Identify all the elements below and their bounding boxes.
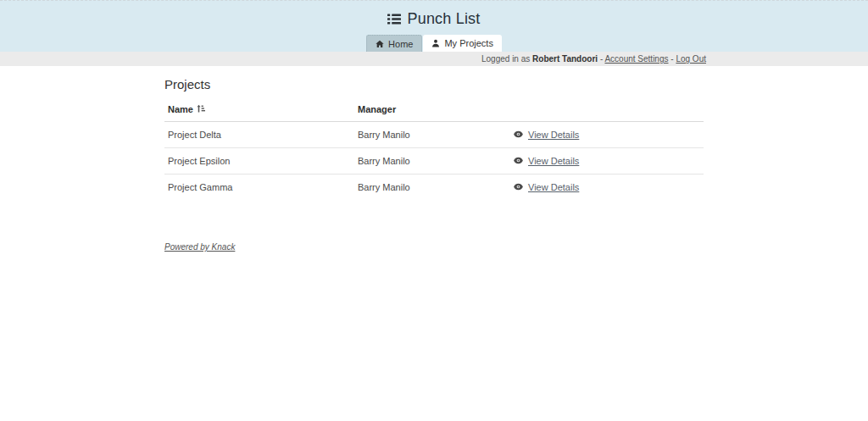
tab-home-label: Home bbox=[388, 39, 413, 49]
cell-actions: View Details bbox=[510, 148, 704, 174]
home-icon bbox=[376, 40, 384, 48]
account-settings-link[interactable]: Account Settings bbox=[604, 54, 668, 64]
table-header-row: Name Manager bbox=[164, 99, 704, 122]
logged-in-user: Robert Tandoori bbox=[532, 54, 598, 64]
separator: - bbox=[670, 54, 673, 64]
column-header-manager: Manager bbox=[354, 99, 510, 122]
tab-home[interactable]: Home bbox=[366, 35, 422, 52]
user-icon bbox=[431, 39, 440, 47]
page-title: Punch List bbox=[0, 1, 868, 28]
cell-actions: View Details bbox=[510, 122, 704, 148]
projects-table: Name Manager Pr bbox=[164, 99, 704, 200]
session-bar: Logged in as Robert Tandoori - Account S… bbox=[0, 52, 868, 66]
tab-my-projects-label: My Projects bbox=[444, 38, 492, 48]
cell-manager: Barry Manilo bbox=[354, 122, 510, 148]
powered-by-knack-link[interactable]: Powered by Knack bbox=[164, 242, 235, 252]
tab-bar: Home My Projects bbox=[0, 35, 868, 52]
list-icon bbox=[387, 13, 401, 25]
main-content: Projects Name bbox=[162, 77, 706, 253]
view-heading: Projects bbox=[164, 77, 704, 91]
view-details-link[interactable]: View Details bbox=[528, 156, 579, 166]
view-details-link[interactable]: View Details bbox=[528, 130, 579, 140]
view-details-link[interactable]: View Details bbox=[528, 182, 579, 192]
app-title-text: Punch List bbox=[407, 10, 480, 28]
column-header-actions bbox=[510, 99, 704, 122]
cell-project-name: Project Delta bbox=[164, 122, 354, 148]
sort-icon bbox=[197, 104, 205, 114]
table-row: Project Gamma Barry Manilo View Details bbox=[164, 174, 704, 201]
log-out-link[interactable]: Log Out bbox=[676, 54, 706, 64]
cell-project-name: Project Epsilon bbox=[164, 148, 354, 174]
eye-icon bbox=[514, 156, 523, 166]
separator: - bbox=[600, 54, 603, 64]
tab-my-projects[interactable]: My Projects bbox=[423, 35, 501, 52]
table-row: Project Epsilon Barry Manilo View Detail… bbox=[164, 148, 704, 174]
cell-manager: Barry Manilo bbox=[354, 148, 510, 174]
eye-icon bbox=[514, 182, 523, 192]
cell-project-name: Project Gamma bbox=[164, 174, 354, 201]
cell-manager: Barry Manilo bbox=[354, 174, 510, 201]
column-header-name: Name bbox=[164, 99, 354, 122]
table-row: Project Delta Barry Manilo View Details bbox=[164, 122, 704, 148]
eye-icon bbox=[514, 130, 523, 140]
cell-actions: View Details bbox=[510, 174, 704, 201]
app-header: Punch List Home My Projects bbox=[0, 0, 868, 52]
logged-in-text: Logged in as Robert Tandoori bbox=[481, 54, 598, 64]
sort-by-name[interactable]: Name bbox=[168, 104, 205, 114]
